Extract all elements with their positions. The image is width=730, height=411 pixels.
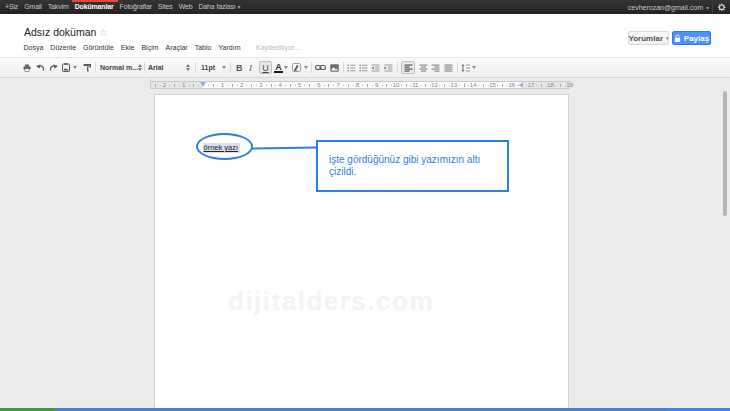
topbar-item-label: Daha fazlası xyxy=(198,3,235,10)
chevron-down-icon: ▾ xyxy=(237,4,240,10)
text-color-button[interactable]: A xyxy=(274,58,283,77)
ruler-number: 9 xyxy=(375,82,378,88)
italic-button[interactable]: I xyxy=(249,58,252,77)
document-page[interactable]: dijitalders.com örnek yazı işte gördüğün… xyxy=(154,94,569,411)
bullet-list-button[interactable] xyxy=(359,58,368,77)
account-menu[interactable]: cevherozan@gmail.com xyxy=(628,4,703,11)
align-left-button[interactable] xyxy=(401,61,415,74)
ruler-number: 10 xyxy=(393,82,400,88)
annotation-callout-box: işte gördüğünüz gibi yazımızın altı çizi… xyxy=(316,140,509,192)
left-indent-marker[interactable] xyxy=(200,82,206,87)
insert-image-button[interactable] xyxy=(330,58,339,77)
ruler-tick xyxy=(193,84,194,87)
numbered-list-icon xyxy=(347,64,356,72)
font-dropdown[interactable]: Arial xyxy=(148,58,190,77)
highlight-color-dropdown[interactable] xyxy=(304,58,308,77)
ruler-dot xyxy=(410,85,411,86)
ruler-dot xyxy=(546,85,547,86)
ruler-dot xyxy=(285,85,286,86)
ruler-number: 12 xyxy=(431,82,438,88)
right-indent-marker[interactable] xyxy=(518,83,523,87)
ruler-dot xyxy=(314,85,315,86)
numbered-list-button[interactable] xyxy=(347,58,356,77)
paint-roller-icon xyxy=(83,63,92,72)
ruler-dot xyxy=(362,85,363,86)
ruler-dot xyxy=(468,85,469,86)
topbar-item-dokumanlar[interactable]: Dokümanlar xyxy=(72,0,117,14)
menu-duzenle[interactable]: Düzenle xyxy=(47,42,80,54)
insert-link-button[interactable] xyxy=(315,58,326,77)
ruler-tick xyxy=(271,84,272,87)
ruler-tick xyxy=(483,84,484,87)
justify-button[interactable] xyxy=(444,58,453,77)
star-icon[interactable]: ☆ xyxy=(99,27,108,38)
ruler-tick xyxy=(541,84,542,87)
ruler-dot xyxy=(555,85,556,86)
topbar-item-gmail[interactable]: Gmail xyxy=(21,0,45,14)
topbar-item-fotograflar[interactable]: Fotoğraflar xyxy=(117,0,155,14)
ruler-number: 6 xyxy=(317,82,320,88)
undo-button[interactable] xyxy=(36,58,45,77)
line-spacing-dropdown[interactable] xyxy=(472,58,476,77)
printer-icon xyxy=(23,64,31,72)
ruler-dot xyxy=(488,85,489,86)
web-clipboard-button[interactable] xyxy=(62,58,70,77)
ruler-dot xyxy=(217,85,218,86)
align-center-button[interactable] xyxy=(419,58,428,77)
ruler-number: 4 xyxy=(279,82,282,88)
gear-icon[interactable] xyxy=(717,3,726,12)
line-spacing-button[interactable] xyxy=(461,58,470,77)
ruler-number: 8 xyxy=(356,82,359,88)
ruler-dot xyxy=(565,85,566,86)
ruler-dot xyxy=(189,85,190,86)
ruler-number: 5 xyxy=(298,82,301,88)
menu-goruntule[interactable]: Görüntüle xyxy=(80,42,118,54)
menu-yardim[interactable]: Yardım xyxy=(215,42,244,54)
saving-status: Kaydediliyor... xyxy=(244,42,304,54)
topbar-item-siz[interactable]: +Siz xyxy=(2,0,21,14)
ruler-number: 1 xyxy=(182,82,185,88)
ruler-tick xyxy=(348,84,349,87)
ruler-dot xyxy=(430,85,431,86)
bold-button[interactable]: B xyxy=(236,58,243,77)
scrollbar-thumb[interactable] xyxy=(723,91,727,216)
menu-bicim[interactable]: Biçim xyxy=(138,42,162,54)
comments-button[interactable]: Yorumlar ▾ xyxy=(628,31,669,45)
web-clipboard-dropdown[interactable] xyxy=(73,58,77,77)
increase-indent-button[interactable] xyxy=(384,58,393,77)
menu-dosya[interactable]: Dosya xyxy=(20,42,47,54)
topbar-item-daha-fazlasi[interactable]: Daha fazlası ▾ xyxy=(195,0,243,14)
ruler-tick xyxy=(232,84,233,87)
text-color-dropdown[interactable] xyxy=(284,58,288,77)
redo-button[interactable] xyxy=(49,58,58,77)
chevron-down-icon xyxy=(222,66,226,69)
font-size-dropdown[interactable]: 11pt xyxy=(201,58,226,77)
toolbar: Normal m... Arial 11pt B I U A xyxy=(0,57,730,78)
print-button[interactable] xyxy=(23,58,31,77)
topbar-item-takvim[interactable]: Takvim xyxy=(45,0,72,14)
topbar-item-web[interactable]: Web xyxy=(176,0,196,14)
topbar-item-sites[interactable]: Sites xyxy=(155,0,176,14)
styles-dropdown[interactable]: Normal m... xyxy=(100,58,141,77)
topbar-separator xyxy=(712,0,713,14)
share-button[interactable]: Paylaş xyxy=(672,31,711,45)
ruler-dot xyxy=(208,85,209,86)
menu-ekle[interactable]: Ekle xyxy=(117,42,138,54)
toolbar-separator xyxy=(195,62,196,73)
share-button-label: Paylaş xyxy=(684,34,709,43)
menu-araclar[interactable]: Araçlar xyxy=(162,42,191,54)
undo-icon xyxy=(36,64,45,72)
menu-tablo[interactable]: Tablo xyxy=(191,42,215,54)
chevron-down-icon xyxy=(472,66,476,69)
align-right-button[interactable] xyxy=(431,58,440,77)
document-title[interactable]: Adsız doküman xyxy=(24,26,96,38)
highlight-color-button[interactable] xyxy=(292,58,301,77)
chevron-down-icon xyxy=(73,66,77,69)
underline-button[interactable]: U xyxy=(259,61,272,74)
ruler-dot xyxy=(439,85,440,86)
ruler[interactable]: 2112345678910111213141516171819 xyxy=(150,81,570,89)
decrease-indent-button[interactable] xyxy=(371,58,380,77)
ruler-dot xyxy=(353,85,354,86)
paint-format-button[interactable] xyxy=(83,58,92,77)
annotation-connector-line xyxy=(252,147,317,150)
